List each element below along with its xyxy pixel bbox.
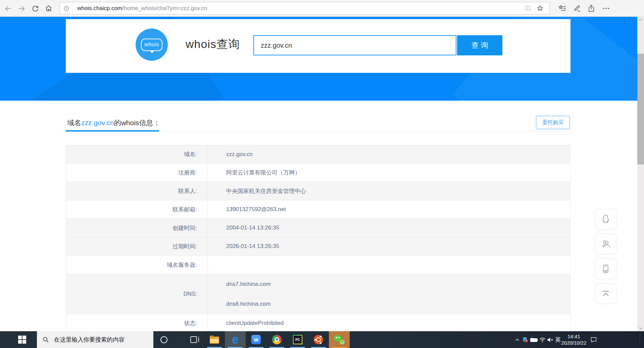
whois-logo-bubble: whois: [141, 39, 162, 51]
table-row: 域名服务器:: [66, 255, 570, 274]
taskbar-app-wechat[interactable]: [329, 331, 350, 348]
mobile-version-button[interactable]: [595, 258, 616, 279]
refresh-icon[interactable]: [31, 4, 40, 13]
page-title: whois查询: [186, 37, 240, 52]
favorite-star-icon[interactable]: [537, 5, 544, 12]
taskbar-app-task-view[interactable]: [183, 331, 204, 348]
whois-logo: whois: [136, 29, 168, 61]
file-explorer-icon: [210, 337, 219, 344]
battery-icon[interactable]: [529, 331, 539, 348]
row-value: 阿里云计算有限公司（万网）: [207, 163, 570, 182]
browser-toolbar: whois.chaicp.com/home_whois/cha?ym=zzz.g…: [0, 0, 644, 17]
back-icon[interactable]: [3, 4, 13, 13]
cortana-button[interactable]: [153, 331, 174, 348]
cortana-icon: [160, 336, 167, 343]
heading-accent-bar: [66, 130, 159, 132]
row-value: 13901327592@263.net: [207, 200, 570, 218]
row-value-line: zzz.gov.cn: [226, 151, 570, 158]
table-row: 联系人:中央国家机关住房资金管理中心: [66, 182, 570, 200]
row-value-line: dns7.hichina.com: [226, 274, 570, 294]
taskbar-app-wps[interactable]: [246, 331, 266, 348]
taskbar-app-chrome[interactable]: [266, 331, 287, 348]
url-path: /home_whois/cha?ym=zzz.gov.cn: [122, 5, 207, 11]
pycharm-icon: [293, 335, 302, 344]
heading-prefix: 域名: [67, 119, 81, 127]
row-value-line: 阿里云计算有限公司（万网）: [226, 169, 570, 177]
chrome-icon: [272, 335, 282, 344]
search-icon: [42, 336, 49, 343]
domain-search-input[interactable]: [253, 35, 456, 55]
scroll-down-icon[interactable]: [637, 325, 644, 331]
row-value: 中央国家机关住房资金管理中心: [207, 182, 570, 200]
row-label: 过期时间:: [66, 237, 207, 255]
page-info-icon[interactable]: [63, 5, 69, 11]
address-bar[interactable]: whois.chaicp.com/home_whois/cha?ym=zzz.g…: [60, 2, 549, 14]
row-value: [207, 256, 570, 274]
action-center-button[interactable]: [589, 331, 599, 348]
volume-muted-icon[interactable]: [546, 331, 554, 348]
show-desktop-separator[interactable]: [640, 333, 640, 346]
ink-notes-icon[interactable]: [573, 4, 582, 13]
back-to-top-button[interactable]: [595, 283, 616, 304]
taskbar-app-ubuntu[interactable]: [308, 331, 329, 348]
row-value-line: 2026-01-14 13:26:35: [226, 243, 570, 250]
table-row: 创建时间:2004-01-14 13:26:35: [66, 218, 570, 237]
row-value: zzz.gov.cn: [207, 145, 570, 163]
heading-suffix: 的whois信息：: [114, 119, 160, 127]
row-label: 联系邮箱:: [66, 200, 207, 218]
row-label: 状态:: [66, 314, 207, 331]
table-row: 注册商:阿里云计算有限公司（万网）: [66, 163, 570, 182]
hidden-icons-chevron[interactable]: [513, 331, 521, 348]
page-scrollbar[interactable]: [637, 17, 644, 331]
row-value-line: clientUpdateProhibited: [226, 320, 570, 327]
back-to-top-icon: [600, 288, 611, 299]
group-icon: [600, 239, 611, 249]
scroll-up-icon[interactable]: [637, 17, 644, 23]
cloud-sync-icon[interactable]: [521, 331, 529, 348]
table-row: 域名:zzz.gov.cn: [66, 145, 570, 163]
row-label: 创建时间:: [66, 219, 207, 237]
table-row: 状态:clientUpdateProhibited: [66, 314, 570, 331]
taskbar-app-edge[interactable]: e: [225, 331, 246, 348]
hub-icon[interactable]: [558, 4, 567, 13]
taskbar-app-file-explorer[interactable]: [204, 331, 225, 348]
scrollbar-thumb[interactable]: [637, 54, 644, 164]
task-view-icon: [190, 336, 197, 343]
row-label: 注册商:: [66, 163, 207, 182]
start-button[interactable]: [0, 331, 37, 348]
search-card: whois whois查询 查 询: [66, 19, 571, 73]
taskbar-clock[interactable]: 14:41 2020/10/22: [561, 331, 587, 348]
result-heading: 域名zzz.gov.cn的whois信息：: [67, 118, 160, 128]
taskbar-search-placeholder: 在这里输入你要搜索的内容: [54, 336, 125, 344]
search-button[interactable]: 查 询: [457, 35, 502, 55]
row-value: dns7.hichina.comdns8.hichina.com: [207, 274, 570, 314]
action-center-icon: [590, 336, 597, 343]
qq-contact-button[interactable]: [595, 209, 616, 230]
row-value-line: 2004-01-14 13:26:35: [226, 225, 570, 231]
whois-table: 域名:zzz.gov.cn注册商:阿里云计算有限公司（万网）联系人:中央国家机关…: [66, 145, 571, 331]
wps-icon: [251, 335, 261, 344]
row-value: clientUpdateProhibited: [207, 314, 570, 331]
reading-view-icon[interactable]: [524, 5, 531, 12]
row-value-line: 中央国家机关住房资金管理中心: [226, 187, 570, 195]
taskbar-app-pycharm[interactable]: [287, 331, 308, 348]
entrust-buy-button[interactable]: 委托购买: [536, 116, 570, 129]
home-icon[interactable]: [44, 4, 53, 13]
wechat-icon: [334, 335, 345, 344]
url-text: whois.chaicp.com/home_whois/cha?ym=zzz.g…: [77, 5, 207, 12]
taskbar-apps: e: [183, 331, 350, 348]
settings-more-icon[interactable]: [601, 4, 611, 13]
windows-logo-icon: [18, 336, 26, 344]
heading-domain-link[interactable]: zzz.gov.cn: [81, 119, 114, 127]
table-row: 过期时间:2026-01-14 13:26:35: [66, 237, 570, 255]
taskbar-search-box[interactable]: 在这里输入你要搜索的内容: [37, 331, 153, 348]
row-value-line: dns8.hichina.com: [226, 294, 570, 314]
browser-viewport: whois whois查询 查 询 域名zzz.gov.cn的whois信息： …: [0, 17, 637, 331]
group-contact-button[interactable]: [595, 234, 616, 254]
share-icon[interactable]: [587, 4, 596, 13]
url-host: whois.chaicp.com: [77, 5, 122, 11]
forward-icon[interactable]: [17, 4, 26, 13]
row-value-line: 13901327592@263.net: [226, 206, 570, 213]
row-value: 2004-01-14 13:26:35: [207, 219, 570, 237]
qq-icon: [600, 214, 611, 225]
